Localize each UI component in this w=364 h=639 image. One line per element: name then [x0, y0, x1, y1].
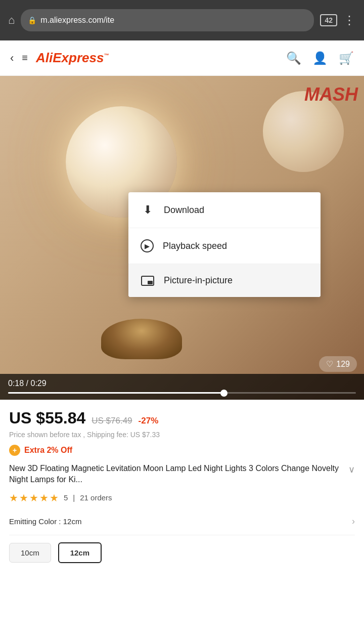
pip-label: Picture-in-picture — [164, 275, 233, 286]
star-rating: ★ ★ ★ ★ ★ — [9, 492, 59, 504]
product-info: US $55.84 US $76.49 -27% Price shown bef… — [0, 400, 364, 570]
lock-icon: 🔒 — [28, 16, 36, 24]
heart-count: 129 — [336, 360, 350, 369]
heart-badge[interactable]: ♡ 129 — [319, 356, 357, 372]
video-progress-thumb[interactable] — [220, 390, 228, 397]
video-controls: 0:18 / 0:29 — [0, 374, 364, 400]
download-label: Download — [164, 205, 204, 216]
rating-separator: | — [73, 493, 75, 502]
account-icon[interactable]: 👤 — [312, 51, 328, 65]
home-icon[interactable]: ⌂ — [8, 14, 15, 27]
svg-rect-1 — [148, 281, 153, 284]
video-progress-bar[interactable] — [8, 392, 356, 394]
aliexpress-logo: AliExpress™ — [36, 50, 109, 66]
video-time: 0:18 / 0:29 — [8, 379, 356, 388]
rating-row: ★ ★ ★ ★ ★ 5 | 21 orders — [9, 492, 355, 504]
color-label: Emitting Color : 12cm — [9, 517, 81, 526]
rating-score: 5 — [64, 493, 68, 502]
video-progress-fill — [8, 392, 224, 394]
picture-in-picture-menu-item[interactable]: Picture-in-picture — [128, 264, 321, 297]
lamp-base — [101, 319, 182, 359]
download-icon: ⬇ — [141, 203, 155, 217]
extra-off-label: Extra 2% Off — [24, 446, 72, 455]
search-icon[interactable]: 🔍 — [286, 51, 301, 65]
star-3: ★ — [29, 492, 38, 504]
nav-left: ‹ ≡ AliExpress™ — [10, 50, 109, 66]
size-selector-row: 10cm 12cm — [9, 535, 355, 570]
browser-chrome: ⌂ 🔒 m.aliexpress.com/ite 42 ⋮ — [0, 0, 364, 40]
size-button-10cm[interactable]: 10cm — [9, 543, 51, 563]
star-4: ★ — [39, 492, 49, 504]
color-selector-row[interactable]: Emitting Color : 12cm › — [9, 508, 355, 535]
video-context-menu: ⬇ Download ▶ Playback speed Picture-in-p… — [128, 192, 321, 297]
video-player[interactable]: MASH ⬇ Download ▶ Playback speed Picture… — [0, 76, 364, 400]
price-discount: -27% — [139, 416, 159, 426]
price-main: US $55.84 — [9, 409, 85, 428]
playback-speed-menu-item[interactable]: ▶ Playback speed — [128, 228, 321, 264]
extra-off-row[interactable]: + Extra 2% Off — [9, 445, 355, 456]
expand-icon[interactable]: ∨ — [348, 464, 355, 475]
star-5: ★ — [50, 492, 59, 504]
tab-count[interactable]: 42 — [320, 14, 337, 26]
video-time-current: 0:18 — [8, 379, 24, 388]
product-title: New 3D Floating Magnetic Levitation Moon… — [9, 463, 343, 486]
nav-right: 🔍 👤 🛒 — [286, 51, 354, 65]
extra-off-badge-icon: + — [9, 445, 20, 456]
pip-icon — [141, 276, 155, 286]
price-row: US $55.84 US $76.49 -27% — [9, 409, 355, 428]
playback-speed-label: Playback speed — [163, 241, 227, 251]
back-button[interactable]: ‹ — [10, 52, 14, 65]
hamburger-menu-icon[interactable]: ≡ — [22, 52, 28, 64]
color-arrow-icon: › — [352, 516, 355, 527]
size-button-12cm[interactable]: 12cm — [58, 542, 102, 563]
logo-trademark: ™ — [104, 53, 109, 58]
url-text: m.aliexpress.com/ite — [40, 16, 114, 25]
product-title-row: New 3D Floating Magnetic Levitation Moon… — [9, 463, 355, 486]
download-menu-item[interactable]: ⬇ Download — [128, 192, 321, 228]
mash-watermark: MASH — [298, 81, 364, 108]
price-original: US $76.49 — [92, 416, 132, 426]
browser-menu-icon[interactable]: ⋮ — [343, 13, 356, 27]
url-bar[interactable]: 🔒 m.aliexpress.com/ite — [21, 9, 314, 31]
aliexpress-navbar: ‹ ≡ AliExpress™ 🔍 👤 🛒 — [0, 40, 364, 76]
shipping-info: Price shown before tax , Shipping fee: U… — [9, 431, 355, 439]
heart-icon: ♡ — [326, 359, 333, 369]
playback-speed-icon: ▶ — [141, 239, 154, 252]
cart-icon[interactable]: 🛒 — [339, 51, 354, 65]
video-time-total: 0:29 — [30, 379, 46, 388]
star-2: ★ — [19, 492, 28, 504]
star-1: ★ — [9, 492, 18, 504]
rating-orders: 21 orders — [80, 493, 112, 502]
